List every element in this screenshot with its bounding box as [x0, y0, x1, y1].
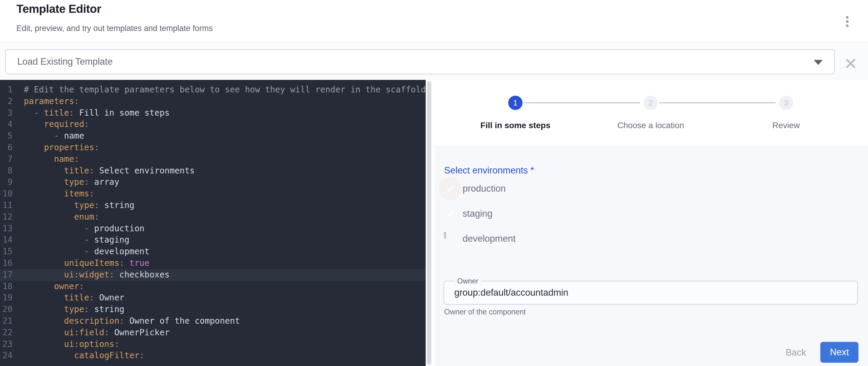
line-number: 6 — [0, 142, 20, 153]
step-3-label: Review — [772, 121, 800, 130]
next-button[interactable]: Next — [820, 342, 859, 363]
code-line: 5 - name — [0, 130, 426, 142]
code-line: 6 properties: — [0, 142, 426, 153]
line-number: 2 — [0, 96, 20, 107]
step-3-indicator: 3 — [779, 96, 793, 110]
select-environments-text: Select environments — [444, 165, 528, 176]
line-number: 19 — [0, 292, 20, 304]
checkbox-staging[interactable]: staging — [444, 201, 516, 226]
more-vertical-icon — [846, 16, 848, 19]
page-header: Template Editor Edit, preview, and try o… — [0, 0, 868, 42]
code-line: 18 owner: — [0, 281, 426, 293]
code-line: 10 items: — [0, 188, 426, 200]
line-number: 21 — [0, 315, 20, 327]
line-number: 4 — [0, 119, 20, 130]
required-asterisk: * — [531, 165, 534, 176]
stepper-connector — [523, 102, 640, 103]
checkbox-label: staging — [463, 208, 492, 219]
code-line: 23 ui:options: — [0, 339, 426, 350]
chevron-down-icon — [814, 60, 823, 65]
line-number: 5 — [0, 130, 20, 142]
load-template-select[interactable]: Load Existing Template — [5, 49, 835, 74]
form-panel: Select environments * productionstagingd… — [435, 146, 868, 366]
code-line: 9 type: array — [0, 177, 426, 188]
more-vertical-icon — [846, 20, 848, 23]
code-line: 4 required: — [0, 119, 426, 130]
close-button[interactable] — [844, 57, 857, 70]
code-line: 22 ui:field: OwnerPicker — [0, 327, 426, 339]
unchecked-checkbox-icon — [444, 232, 446, 239]
environment-checkbox-group: productionstagingdevelopment — [444, 176, 516, 251]
code-line: 21 description: Owner of the component — [0, 315, 426, 327]
line-number: 7 — [0, 153, 20, 165]
code-line: 15 - development — [0, 246, 426, 257]
more-vertical-icon — [846, 25, 848, 27]
code-line: 13 - production — [0, 223, 426, 235]
code-line: 24 catalogFilter: — [0, 350, 426, 362]
checkbox-box — [444, 208, 456, 220]
template-loader-row: Load Existing Template — [0, 43, 868, 80]
editor-scrollbar[interactable] — [427, 81, 431, 365]
checkbox-label: production — [463, 183, 506, 194]
owner-helper-text: Owner of the component — [444, 308, 526, 316]
code-line: 19 title: Owner — [0, 292, 426, 304]
stepper-connector — [659, 102, 776, 103]
line-number: 13 — [0, 223, 20, 235]
step-2-label: Choose a location — [617, 121, 684, 130]
step-2-number: 2 — [649, 98, 653, 108]
checkbox-production[interactable]: production — [444, 176, 516, 201]
code-line: 14 - staging — [0, 234, 426, 246]
code-line: 11 type: string — [0, 200, 426, 211]
line-number: 3 — [0, 107, 20, 119]
select-environments-label: Select environments * — [444, 165, 534, 176]
code-line: 3 - title: Fill in some steps — [0, 107, 426, 119]
line-number: 8 — [0, 165, 20, 177]
line-number: 15 — [0, 246, 20, 257]
code-line: 12 enum: — [0, 211, 426, 223]
code-line: 16 uniqueItems: true — [0, 257, 426, 269]
page-title: Template Editor — [17, 2, 101, 16]
line-number: 18 — [0, 281, 20, 293]
code-line: 8 title: Select environments — [0, 165, 426, 177]
load-template-select-value: Load Existing Template — [17, 50, 113, 73]
line-number: 20 — [0, 304, 20, 315]
owner-input[interactable]: Owner group:default/accountadmin — [443, 281, 858, 305]
step-3-number: 3 — [784, 98, 788, 108]
step-1-indicator: 1 — [508, 96, 523, 110]
checkbox-box — [444, 233, 456, 245]
step-1-number: 1 — [513, 98, 518, 108]
line-number: 24 — [0, 350, 20, 362]
owner-input-value: group:default/accountadmin — [454, 281, 568, 304]
code-line: 2parameters: — [0, 96, 426, 107]
code-line: 17 ui:widget: checkboxes — [0, 269, 426, 281]
step-1-label: Fill in some steps — [480, 121, 551, 130]
close-icon — [844, 57, 857, 70]
line-number: 11 — [0, 200, 20, 211]
line-number: 12 — [0, 211, 20, 223]
line-number: 16 — [0, 257, 20, 269]
line-number: 17 — [0, 269, 20, 281]
line-number: 1 — [0, 84, 20, 96]
code-line: 7 name: — [0, 153, 426, 165]
checkbox-label: development — [463, 233, 516, 244]
checkbox-box — [444, 183, 456, 194]
line-number: 23 — [0, 339, 20, 350]
page-subtitle: Edit, preview, and try out templates and… — [17, 24, 213, 33]
line-number: 10 — [0, 188, 20, 200]
line-number: 9 — [0, 177, 20, 188]
code-line: 1# Edit the template parameters below to… — [0, 84, 426, 96]
template-editor-page: Template Editor Edit, preview, and try o… — [0, 0, 868, 366]
code-line: 20 type: string — [0, 304, 426, 315]
checkbox-development[interactable]: development — [444, 226, 516, 251]
back-button[interactable]: Back — [776, 343, 815, 362]
more-menu-button[interactable] — [841, 14, 854, 29]
template-preview-pane: 1 2 3 Fill in some steps Choose a locati… — [435, 80, 868, 366]
step-2-indicator: 2 — [644, 96, 658, 110]
line-number: 22 — [0, 327, 20, 339]
code-editor[interactable]: 1# Edit the template parameters below to… — [0, 80, 426, 366]
line-number: 14 — [0, 234, 20, 246]
